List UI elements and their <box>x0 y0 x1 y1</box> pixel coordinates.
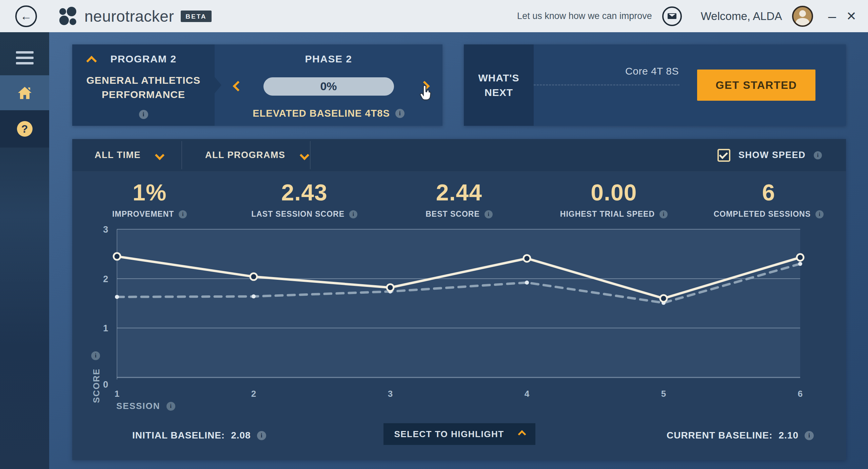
program-name: GENERAL ATHLETICS PERFORMANCE <box>86 73 201 102</box>
mouse-cursor <box>419 84 434 102</box>
stat-improvement: 1% IMPROVEMENTi <box>72 179 227 219</box>
title-bar-right: Let us know how we can improve Welcome, … <box>517 6 856 27</box>
filter-divider <box>181 141 182 169</box>
stat-highest-trial-speed: 0.00 HIGHEST TRIAL SPEEDi <box>536 179 691 219</box>
menu-button[interactable] <box>0 46 49 70</box>
phase-progress-bar: 0% <box>263 77 394 96</box>
stat-info-icon[interactable]: i <box>485 210 493 218</box>
stat-value: 1% <box>72 179 227 206</box>
whats-next-card: WHAT'S NEXT Core 4T 8S GET STARTED <box>464 44 846 126</box>
svg-text:4: 4 <box>525 389 530 399</box>
stat-last-session-score: 2.43 LAST SESSION SCOREi <box>227 179 381 219</box>
stat-info-icon[interactable]: i <box>659 210 668 218</box>
whats-next-label: WHAT'S NEXT <box>464 44 534 126</box>
sidebar: ? <box>0 32 49 469</box>
filter-bar: ALL TIME ALL PROGRAMS SHOW SPEED i <box>72 139 846 172</box>
stat-info-icon[interactable]: i <box>179 210 187 218</box>
stat-value: 2.44 <box>382 179 536 206</box>
show-speed-info-icon[interactable]: i <box>814 151 822 159</box>
neurotracker-app: ← neurotracker BETA Let us know how we c… <box>0 0 868 469</box>
svg-text:1: 1 <box>103 323 108 333</box>
stat-label: IMPROVEMENT <box>112 210 174 219</box>
next-connector-line <box>534 84 679 85</box>
program-title: PROGRAM 2 <box>110 53 176 65</box>
current-baseline: CURRENT BASELINE: 2.10 i <box>667 430 814 441</box>
sidebar-item-home[interactable] <box>0 75 49 110</box>
checkmark-icon <box>719 150 728 159</box>
phase-info-icon[interactable]: i <box>395 109 405 118</box>
stat-value: 0.00 <box>536 179 691 206</box>
minimize-button[interactable]: – <box>828 13 836 20</box>
svg-text:2: 2 <box>251 389 256 399</box>
user-avatar[interactable] <box>792 6 813 27</box>
session-axis-info-icon[interactable]: i <box>166 402 175 411</box>
collapse-card-chevron-icon[interactable] <box>86 56 97 66</box>
svg-text:5: 5 <box>661 389 666 399</box>
phase-section: PHASE 2 0% ELEVATED BASELINE 4T8S i <box>215 44 442 126</box>
main-content: PROGRAM 2 GENERAL ATHLETICS PERFORMANCE … <box>49 32 868 469</box>
svg-text:2: 2 <box>103 274 108 284</box>
show-speed-label: SHOW SPEED <box>738 150 806 160</box>
stat-label: BEST SCORE <box>426 210 480 219</box>
svg-text:0: 0 <box>103 379 108 390</box>
programs-dropdown[interactable]: ALL PROGRAMS <box>205 139 308 171</box>
stat-value: 2.43 <box>227 179 381 206</box>
beta-badge: BETA <box>181 11 211 22</box>
welcome-label: Welcome, ALDA <box>701 10 782 23</box>
svg-text:3: 3 <box>103 224 108 235</box>
time-range-value: ALL TIME <box>95 150 141 160</box>
stat-label: COMPLETED SESSIONS <box>714 210 811 219</box>
select-to-highlight-button[interactable]: SELECT TO HIGHLIGHT <box>383 423 535 445</box>
previous-phase-chevron-icon[interactable] <box>233 81 243 91</box>
current-baseline-value: 2.10 <box>779 430 799 441</box>
show-speed-toggle[interactable]: SHOW SPEED i <box>717 139 822 171</box>
x-axis-label: SESSION <box>116 401 160 411</box>
stat-label: LAST SESSION SCORE <box>251 210 344 219</box>
program-info-icon[interactable]: i <box>139 110 148 119</box>
program-phase-card: PROGRAM 2 GENERAL ATHLETICS PERFORMANCE … <box>72 44 442 126</box>
get-started-button[interactable]: GET STARTED <box>697 70 815 101</box>
svg-text:3: 3 <box>388 389 393 399</box>
chevron-down-icon <box>155 150 164 160</box>
phase-subtitle-row: ELEVATED BASELINE 4T8S i <box>253 108 404 119</box>
phase-title: PHASE 2 <box>305 53 352 65</box>
stat-value: 6 <box>691 179 846 206</box>
stat-info-icon[interactable]: i <box>349 210 357 218</box>
chevron-up-icon <box>518 430 526 438</box>
svg-text:6: 6 <box>798 389 803 399</box>
time-range-dropdown[interactable]: ALL TIME <box>95 139 163 171</box>
feedback-button[interactable] <box>662 6 682 26</box>
sidebar-item-help[interactable]: ? <box>0 110 49 148</box>
program-section: PROGRAM 2 GENERAL ATHLETICS PERFORMANCE … <box>72 44 215 126</box>
brand-name: neurotracker <box>84 7 174 25</box>
svg-text:1: 1 <box>115 389 119 399</box>
app-logo: neurotracker BETA <box>59 7 212 26</box>
neurotracker-logo-icon <box>59 7 78 26</box>
envelope-icon <box>668 13 676 19</box>
y-axis-label: SCORE <box>91 368 102 403</box>
current-baseline-info-icon[interactable]: i <box>805 431 814 440</box>
progress-panel: ALL TIME ALL PROGRAMS SHOW SPEED i 1% <box>72 139 846 460</box>
back-button[interactable]: ← <box>15 5 37 27</box>
programs-value: ALL PROGRAMS <box>205 150 285 160</box>
initial-baseline-info-icon[interactable]: i <box>257 431 266 440</box>
stat-completed-sessions: 6 COMPLETED SESSIONSi <box>691 179 846 219</box>
phase-progress-value: 0% <box>320 80 337 93</box>
initial-baseline-label: INITIAL BASELINE: <box>132 430 225 441</box>
initial-baseline-value: 2.08 <box>231 430 251 441</box>
stat-info-icon[interactable]: i <box>815 210 824 218</box>
score-axis-info-icon[interactable]: i <box>91 351 100 360</box>
stats-row: 1% IMPROVEMENTi 2.43 LAST SESSION SCOREi… <box>72 179 846 219</box>
current-baseline-label: CURRENT BASELINE: <box>667 430 773 441</box>
x-axis-label-row: SESSION i <box>116 401 175 411</box>
select-to-highlight-label: SELECT TO HIGHLIGHT <box>394 429 504 439</box>
stat-label: HIGHEST TRIAL SPEED <box>560 210 655 219</box>
close-button[interactable]: ✕ <box>846 9 856 23</box>
title-bar: ← neurotracker BETA Let us know how we c… <box>0 0 868 32</box>
show-speed-checkbox <box>717 149 730 162</box>
filter-divider <box>310 141 311 169</box>
help-icon: ? <box>17 121 33 137</box>
stat-best-score: 2.44 BEST SCOREi <box>382 179 536 219</box>
next-session-name: Core 4T 8S <box>606 65 698 77</box>
home-icon <box>17 85 33 100</box>
